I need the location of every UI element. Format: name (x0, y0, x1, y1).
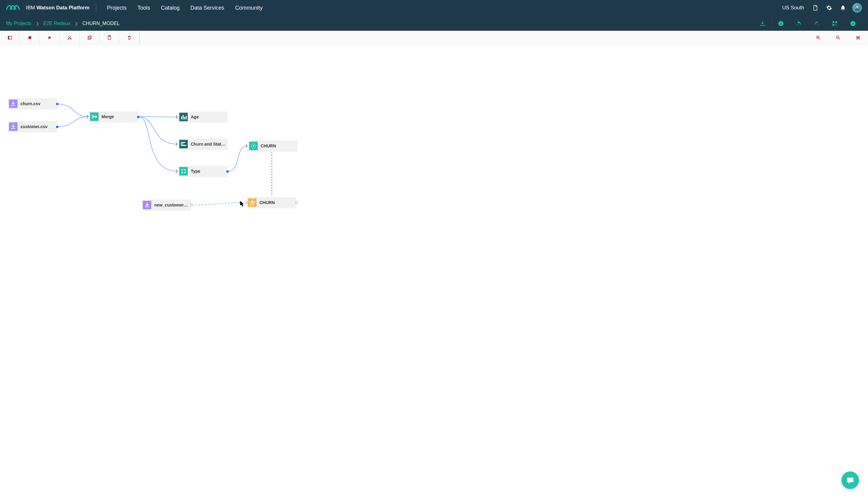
node-type[interactable]: ❯ Type (178, 166, 228, 176)
gear-icon[interactable] (822, 5, 836, 11)
output-port[interactable] (56, 126, 58, 128)
svg-rect-36 (181, 116, 182, 119)
user-avatar[interactable] (852, 3, 862, 13)
cursor-icon (240, 201, 244, 207)
node-age[interactable]: ❯ Age (178, 112, 228, 122)
flow-canvas[interactable]: churn.csv customer.csv ❯ Merge ❯ Age ❯ C… (0, 44, 868, 498)
chevron-right-icon: ❯ (175, 169, 178, 173)
histogram-icon (179, 113, 188, 121)
palette-toggle-icon[interactable] (0, 31, 20, 44)
svg-rect-4 (833, 21, 834, 23)
svg-point-47 (182, 172, 183, 173)
node-label: Age (191, 115, 199, 119)
predict-icon (248, 198, 256, 207)
nav-community[interactable]: Community (230, 5, 268, 11)
svg-rect-40 (179, 140, 188, 148)
bell-icon[interactable] (836, 5, 850, 11)
node-label: new_customer_... (154, 202, 189, 207)
svg-rect-18 (89, 36, 91, 39)
download-icon[interactable] (753, 16, 772, 31)
chevron-right-icon: ❯ (70, 21, 82, 26)
node-label: CHURN (259, 200, 275, 205)
cut-button[interactable] (60, 31, 80, 44)
svg-point-54 (251, 202, 253, 204)
play-button[interactable] (40, 31, 60, 44)
region-selector[interactable]: US South (778, 5, 808, 11)
svg-rect-39 (186, 116, 187, 119)
layout-icon[interactable] (826, 16, 844, 31)
svg-rect-38 (184, 117, 185, 119)
chevron-right-icon: ❯ (31, 21, 43, 26)
svg-rect-11 (8, 36, 9, 39)
nav-tools[interactable]: Tools (132, 5, 156, 11)
breadcrumb-e2e-redeux[interactable]: E2E Redeux (43, 21, 70, 26)
watson-logo-icon (6, 3, 21, 12)
compass-icon[interactable] (844, 16, 862, 31)
svg-point-48 (185, 172, 186, 173)
svg-line-22 (819, 38, 820, 39)
svg-point-46 (185, 169, 186, 170)
svg-rect-44 (179, 167, 188, 175)
merge-icon (90, 113, 98, 121)
svg-rect-7 (836, 24, 836, 25)
breadcrumb-bar: My Projects ❯ E2E Redeux ❯ CHURN_MODEL (0, 16, 868, 31)
chevron-right-icon: ❯ (175, 115, 178, 119)
output-port[interactable] (226, 170, 229, 173)
help-chat-button[interactable] (841, 471, 859, 489)
svg-point-45 (182, 169, 183, 170)
node-churn-and-status[interactable]: ❯ Churn and Status (178, 139, 228, 149)
redo-icon[interactable] (808, 16, 826, 31)
node-merge[interactable]: ❯ Merge (89, 111, 138, 122)
node-churn-csv[interactable]: churn.csv (8, 98, 57, 109)
nav-projects[interactable]: Projects (102, 5, 132, 11)
breadcrumb-current: CHURN_MODEL (82, 21, 120, 26)
chevron-right-icon: ❯ (86, 114, 89, 118)
delete-button[interactable] (119, 31, 139, 44)
type-icon (179, 167, 188, 175)
svg-rect-20 (108, 35, 110, 36)
distribution-icon (179, 140, 188, 148)
brand-text: IBM Watson Data Platform (26, 5, 90, 11)
svg-rect-17 (88, 37, 90, 39)
copy-button[interactable] (80, 31, 99, 44)
svg-rect-6 (833, 24, 834, 26)
output-port[interactable] (56, 103, 58, 105)
top-navigation: IBM Watson Data Platform Projects Tools … (0, 0, 868, 16)
output-port[interactable] (190, 204, 192, 206)
fit-to-screen-button[interactable] (848, 31, 868, 44)
node-label: Type (191, 169, 200, 174)
svg-rect-3 (780, 23, 781, 25)
undo-icon[interactable] (790, 16, 808, 31)
import-icon (9, 122, 17, 131)
info-icon[interactable] (772, 16, 790, 31)
paste-button[interactable] (99, 31, 119, 44)
svg-rect-41 (181, 142, 185, 143)
model-icon (249, 142, 258, 150)
svg-rect-8 (836, 25, 837, 26)
breadcrumb-my-projects[interactable]: My Projects (6, 21, 31, 26)
nav-catalog[interactable]: Catalog (156, 5, 185, 11)
node-label: CHURN (261, 144, 276, 148)
file-icon[interactable] (808, 5, 822, 11)
zoom-in-button[interactable] (808, 31, 828, 44)
svg-point-0 (856, 6, 858, 8)
nav-divider (96, 4, 96, 12)
import-icon (9, 100, 17, 108)
input-port[interactable] (245, 201, 248, 204)
chevron-right-icon: ❯ (175, 142, 178, 146)
svg-rect-37 (183, 115, 184, 119)
zoom-out-button[interactable] (828, 31, 848, 44)
output-port[interactable] (295, 201, 298, 204)
node-new-customer[interactable]: new_customer_... (142, 199, 191, 210)
output-port[interactable] (137, 116, 139, 118)
node-customer-csv[interactable]: customer.csv (8, 121, 57, 132)
node-label: Churn and Status (191, 142, 226, 146)
stop-button[interactable] (20, 31, 40, 44)
node-churn-predict[interactable]: CHURN (247, 197, 296, 208)
nav-data-services[interactable]: Data Services (185, 5, 230, 11)
node-churn-model[interactable]: ❯ CHURN (248, 141, 297, 151)
svg-rect-42 (181, 144, 183, 144)
node-label: Merge (102, 114, 114, 119)
svg-rect-5 (836, 21, 837, 23)
import-icon (143, 201, 151, 209)
